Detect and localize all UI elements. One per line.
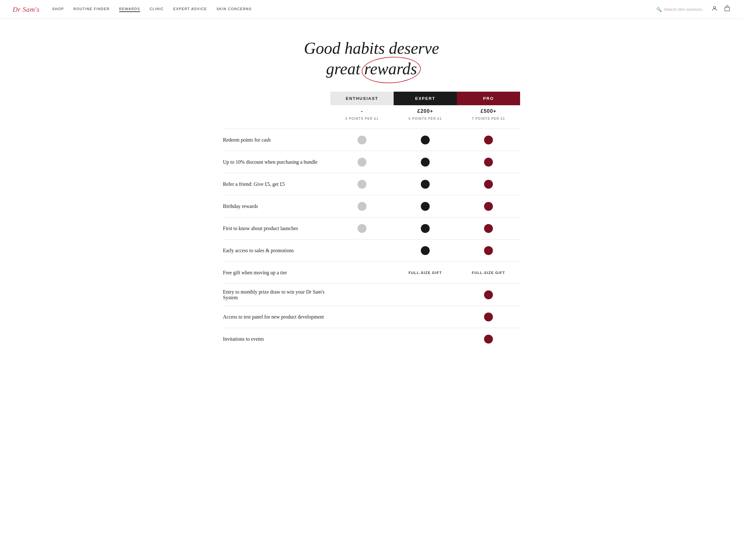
dot-red xyxy=(484,180,493,189)
svg-point-0 xyxy=(713,6,716,8)
gift-text-expert: FULL-SIZE GIFT xyxy=(408,271,442,275)
benefit-row-refer: Refer a friend: Give £5, get £5 xyxy=(223,173,520,195)
tier-headers: ENTHUSIAST EXPERT PRO xyxy=(223,92,520,105)
dot-red xyxy=(484,290,493,299)
hero-rewards-word: rewards xyxy=(364,58,417,79)
benefit-label: Free gift when moving up a tier xyxy=(223,270,331,276)
benefit-row-prize-draw: Entry to monthly prize draw to win your … xyxy=(223,283,520,306)
nav-rewards[interactable]: REWARDS xyxy=(119,7,140,12)
dot-red xyxy=(484,335,493,343)
expert-cell: FULL-SIZE GIFT xyxy=(394,271,457,275)
pro-cell xyxy=(457,335,520,343)
dot-red xyxy=(484,224,493,233)
enthusiast-cell xyxy=(331,158,394,167)
dot-black xyxy=(421,180,430,189)
tier-subheaders: - 3 POINTS PER £1 £200+ 5 POINTS PER £1 … xyxy=(223,105,520,122)
pro-cell xyxy=(457,136,520,144)
benefit-row-discount: Up to 10% discount when purchasing a bun… xyxy=(223,151,520,173)
tier-pro-sub: £500+ 7 POINTS PER £1 xyxy=(457,105,520,122)
user-icon[interactable] xyxy=(711,5,718,13)
benefit-label: Entry to monthly prize draw to win your … xyxy=(223,289,331,300)
pro-cell xyxy=(457,224,520,233)
svg-rect-1 xyxy=(725,7,730,11)
dot-grey xyxy=(358,202,366,211)
dot-red xyxy=(484,158,493,167)
nav-skin-concerns[interactable]: SKIN CONCERNS xyxy=(217,7,252,12)
expert-cell xyxy=(394,246,457,255)
cart-icon[interactable] xyxy=(724,5,730,13)
tier-enthusiast-sub: - 3 POINTS PER £1 xyxy=(331,105,394,122)
nav-links: SHOP ROUTINE FINDER REWARDS CLINIC EXPER… xyxy=(52,7,656,12)
tier-expert-sub: £200+ 5 POINTS PER £1 xyxy=(394,105,457,122)
tier-enthusiast-header: ENTHUSIAST xyxy=(331,92,394,105)
navigation: Dr Sam's SHOP ROUTINE FINDER REWARDS CLI… xyxy=(0,0,743,19)
expert-cell xyxy=(394,202,457,211)
enthusiast-cell xyxy=(331,202,394,211)
benefit-row-events: Invitations to events xyxy=(223,328,520,350)
benefit-label: Redeem points for cash xyxy=(223,137,331,143)
benefit-row-birthday: Birthday rewards xyxy=(223,195,520,217)
benefit-label: Refer a friend: Give £5, get £5 xyxy=(223,181,331,187)
hero-line2: great rewards xyxy=(326,60,417,78)
pro-cell xyxy=(457,158,520,167)
dot-grey xyxy=(358,224,366,233)
tier-expert-header: EXPERT xyxy=(394,92,457,105)
nav-shop[interactable]: SHOP xyxy=(52,7,64,12)
pro-cell xyxy=(457,246,520,255)
dot-red xyxy=(484,136,493,144)
hero-title: Good habits deserve great rewards xyxy=(6,38,737,79)
expert-cell xyxy=(394,224,457,233)
search-icon: 🔍 xyxy=(656,7,662,12)
hero-line1: Good habits deserve xyxy=(304,39,439,57)
expert-cell xyxy=(394,136,457,144)
enthusiast-cell xyxy=(331,136,394,144)
dot-black xyxy=(421,158,430,167)
rewards-table: ENTHUSIAST EXPERT PRO - 3 POINTS PER £1 … xyxy=(217,92,526,369)
dot-grey xyxy=(358,180,366,189)
dot-red xyxy=(484,313,493,321)
dot-black xyxy=(421,202,430,211)
expert-cell xyxy=(394,180,457,189)
dot-black xyxy=(421,246,430,255)
benefit-label: Access to test panel for new product dev… xyxy=(223,314,331,320)
benefit-label: First to know about product launches xyxy=(223,226,331,231)
benefit-label: Birthday rewards xyxy=(223,203,331,209)
benefit-row-free-gift: Free gift when moving up a tier FULL-SIZ… xyxy=(223,261,520,283)
gift-text-pro: FULL-SIZE GIFT xyxy=(472,271,505,275)
tier-pro-header: PRO xyxy=(457,92,520,105)
dot-red xyxy=(484,246,493,255)
pro-cell xyxy=(457,202,520,211)
site-logo[interactable]: Dr Sam's xyxy=(13,5,40,13)
benefit-row-launches: First to know about product launches xyxy=(223,217,520,239)
nav-routine-finder[interactable]: ROUTINE FINDER xyxy=(73,7,110,12)
pro-cell: FULL-SIZE GIFT xyxy=(457,271,520,275)
search-box[interactable]: 🔍 Search skin saviours... xyxy=(656,7,705,12)
search-placeholder: Search skin saviours... xyxy=(664,7,705,12)
pro-cell xyxy=(457,313,520,321)
dot-black xyxy=(421,136,430,144)
nav-right: 🔍 Search skin saviours... xyxy=(656,5,730,13)
benefit-label: Invitations to events xyxy=(223,336,331,342)
dot-grey xyxy=(358,136,366,144)
dot-grey xyxy=(358,158,366,167)
dot-black xyxy=(421,224,430,233)
benefit-label: Up to 10% discount when purchasing a bun… xyxy=(223,159,331,165)
benefit-row-redeem: Redeem points for cash xyxy=(223,129,520,151)
pro-cell xyxy=(457,180,520,189)
benefit-row-early-access: Early access to sales & promotions xyxy=(223,239,520,261)
enthusiast-cell xyxy=(331,180,394,189)
nav-clinic[interactable]: CLINIC xyxy=(149,7,164,12)
pro-cell xyxy=(457,290,520,299)
benefit-label: Early access to sales & promotions xyxy=(223,248,331,253)
enthusiast-cell xyxy=(331,224,394,233)
nav-expert-advice[interactable]: EXPERT ADVICE xyxy=(173,7,207,12)
benefit-row-test-panel: Access to test panel for new product dev… xyxy=(223,306,520,328)
hero-section: Good habits deserve great rewards xyxy=(0,19,743,92)
expert-cell xyxy=(394,158,457,167)
dot-red xyxy=(484,202,493,211)
